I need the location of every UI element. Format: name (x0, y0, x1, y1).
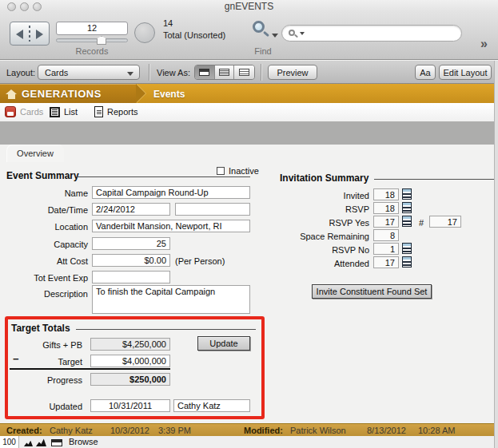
updated-label: Updated (0, 402, 82, 411)
event-summary-heading: Event Summary (6, 170, 79, 181)
location-field[interactable]: Vanderbilt Mansion, Newport, RI (92, 220, 250, 232)
gifts-pb-field[interactable]: $4,250,000 (90, 338, 170, 351)
total-status: Total (Unsorted) (163, 30, 225, 40)
edit-layout-button[interactable]: Edit Layout (439, 65, 492, 80)
progress-field[interactable]: $250,000 (90, 373, 170, 386)
rsvp-yes-field[interactable]: 17 (373, 216, 399, 228)
divider (76, 329, 256, 330)
reports-icon[interactable] (94, 106, 103, 117)
time-field[interactable] (175, 203, 250, 216)
datetime-label: Date/Time (0, 205, 88, 215)
breadcrumb-arrow-icon (136, 84, 145, 103)
progress-label: Progress (0, 375, 82, 385)
target-totals-heading: Target Totals (11, 323, 70, 334)
zoom-out-icon[interactable] (24, 440, 33, 446)
rsvp-no-field[interactable]: 1 (373, 243, 399, 255)
created-label: Created: (6, 426, 42, 435)
nav-tab-cards[interactable]: Cards (20, 107, 43, 117)
cards-icon[interactable] (5, 106, 16, 117)
attended-label: Attended (264, 259, 369, 268)
hash-label: # (419, 218, 424, 228)
found-set-pie-icon[interactable] (134, 22, 155, 43)
description-field[interactable]: To finish the Capital Campaign (92, 285, 250, 314)
divider (76, 176, 250, 177)
previous-record-icon[interactable] (16, 30, 23, 39)
total-count: 14 (163, 18, 173, 28)
target-label: Target (0, 357, 82, 367)
target-field[interactable]: $4,000,000 (90, 355, 170, 367)
location-label: Location (0, 222, 88, 232)
name-label: Name (0, 188, 88, 198)
status-toolbar: 12 Records 14 Total (Unsorted) Find » (0, 13, 498, 60)
view-form-button[interactable] (195, 65, 215, 79)
attended-list-icon[interactable] (402, 256, 412, 268)
updated-date-field[interactable]: 10/31/2011 (90, 399, 170, 412)
modified-date: 8/13/2012 (367, 426, 406, 435)
app-banner: GENERATIONS Events (0, 84, 494, 103)
view-as-segmented-control (194, 65, 255, 80)
attended-field[interactable]: 17 (373, 256, 399, 268)
nav-tab-reports[interactable]: Reports (107, 107, 138, 117)
space-remaining-field[interactable]: 8 (373, 229, 399, 241)
capacity-label: Capacity (0, 240, 88, 249)
tot-event-exp-field[interactable] (92, 271, 170, 283)
capacity-field[interactable]: 25 (92, 237, 170, 250)
window-titlebar: gnEVENTS (0, 0, 498, 13)
text-format-button[interactable]: Aa (415, 65, 436, 80)
name-field[interactable]: Capital Campaign Round-Up (92, 186, 250, 199)
att-cost-field[interactable]: $0.00 (92, 254, 170, 267)
mode-bar: 100 Browse (0, 436, 494, 448)
invited-field[interactable]: 18 (373, 188, 399, 200)
invited-list-icon[interactable] (402, 188, 412, 200)
preview-button[interactable]: Preview (268, 65, 317, 80)
tab-overview[interactable]: Overview (6, 145, 64, 162)
record-slider-track[interactable] (56, 38, 128, 42)
rsvp-yes-label: RSVP Yes (264, 218, 369, 228)
module-nav-row: Cards List Reports (0, 103, 494, 121)
zoom-in-icon[interactable] (36, 438, 46, 446)
toolbar-expand-chevron[interactable]: » (480, 37, 488, 51)
find-magnifier-handle-icon (263, 31, 269, 37)
list-icon[interactable] (50, 107, 60, 117)
record-title-band: Capital Campaign Round-Up (0, 121, 494, 145)
current-record-input[interactable]: 12 (56, 22, 128, 35)
nav-tab-list[interactable]: List (64, 107, 78, 117)
app-banner-home-block[interactable]: GENERATIONS (0, 84, 136, 103)
rsvp-list-icon[interactable] (402, 202, 412, 213)
update-button[interactable]: Update (197, 336, 250, 351)
space-remaining-label: Space Remaining (264, 232, 369, 241)
window-edge (494, 61, 498, 448)
search-scope-caret-icon[interactable] (300, 32, 305, 35)
home-icon (8, 94, 15, 99)
find-button[interactable] (253, 21, 265, 33)
view-list-button[interactable] (215, 65, 235, 79)
rsvp-yes-list-icon[interactable] (402, 216, 412, 227)
rsvp-field[interactable]: 18 (373, 202, 399, 214)
tot-event-exp-label: Tot Event Exp (0, 273, 88, 283)
search-icon-handle (294, 34, 298, 38)
divider (261, 64, 261, 81)
rsvp-no-list-icon[interactable] (402, 243, 412, 254)
layout-select-caret-icon (127, 72, 133, 76)
mode-select[interactable]: Browse (69, 437, 98, 446)
invite-constituent-button[interactable]: Invite Constituent Found Set (312, 284, 432, 299)
view-table-button[interactable] (234, 65, 254, 79)
inactive-label: Inactive (229, 166, 259, 176)
quick-search-input[interactable] (281, 25, 462, 42)
hash-field[interactable]: 17 (429, 216, 461, 228)
find-dropdown-caret-icon[interactable] (272, 34, 278, 38)
app-window: gnEVENTS 12 Records 14 Total (Unsorted) … (0, 0, 498, 448)
next-record-icon[interactable] (36, 30, 43, 39)
description-label: Description (0, 289, 88, 299)
zoom-level-field[interactable]: 100 (0, 436, 19, 448)
rsvp-no-label: RSVP No (264, 245, 369, 255)
toggle-status-toolbar-icon[interactable] (51, 439, 62, 446)
date-field[interactable]: 2/24/2012 (92, 203, 170, 216)
updated-by-field[interactable]: Cathy Katz (173, 399, 250, 412)
inactive-checkbox[interactable] (217, 167, 225, 175)
divider (149, 64, 149, 81)
book-spine-icon (29, 26, 30, 42)
record-slider-thumb[interactable] (97, 36, 106, 45)
layout-select[interactable]: Cards (38, 65, 140, 80)
record-navigation-book[interactable] (10, 22, 50, 46)
